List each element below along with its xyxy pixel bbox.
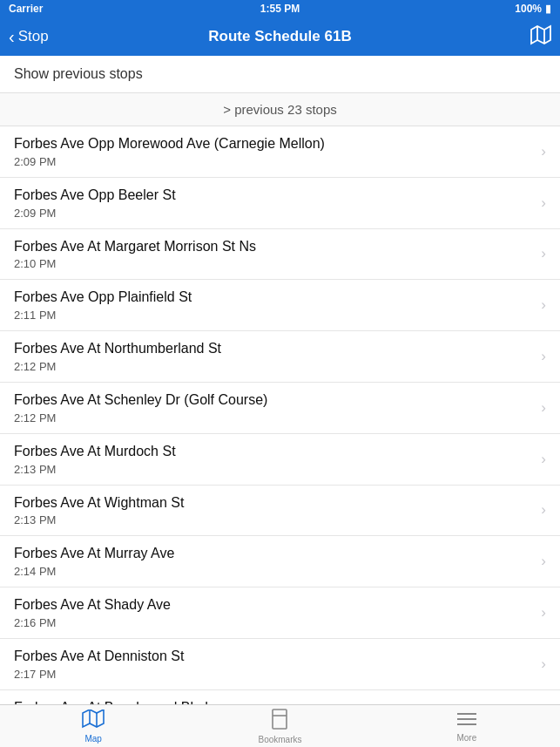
tab-bookmarks[interactable]: Bookmarks — [186, 705, 373, 747]
prev-count-banner: > previous 23 stops — [0, 93, 560, 126]
bookmarks-tab-icon — [271, 709, 288, 733]
show-previous-button[interactable]: Show previous stops — [0, 56, 560, 93]
stop-name: Forbes Ave At Shady Ave — [14, 596, 534, 615]
tab-map[interactable]: Map — [0, 705, 186, 747]
more-tab-icon — [455, 710, 478, 731]
tab-bookmarks-label: Bookmarks — [258, 735, 301, 744]
stop-time: 2:14 PM — [14, 565, 534, 578]
stop-info: Forbes Ave Opp Morewood Ave (Carnegie Me… — [14, 135, 534, 168]
tab-map-label: Map — [84, 734, 101, 744]
stop-info: Forbes Ave Opp Beeler St 2:09 PM — [14, 187, 534, 220]
status-right: 100% ▮ — [515, 3, 551, 15]
stop-info: Forbes Ave At Margaret Morrison St Ns 2:… — [14, 238, 534, 271]
stop-time: 2:13 PM — [14, 513, 534, 526]
map-button[interactable] — [530, 24, 551, 50]
stop-item[interactable]: Forbes Ave At Murray Ave 2:14 PM › — [0, 536, 560, 587]
stop-info: Forbes Ave At Northumberland St 2:12 PM — [14, 340, 534, 373]
stop-list: Forbes Ave Opp Morewood Ave (Carnegie Me… — [0, 126, 560, 747]
back-button[interactable]: ‹ Stop — [9, 27, 49, 47]
stop-item[interactable]: Forbes Ave At Margaret Morrison St Ns 2:… — [0, 229, 560, 281]
stop-name: Forbes Ave At Margaret Morrison St Ns — [14, 238, 534, 256]
chevron-icon: › — [541, 399, 546, 417]
stop-name: Forbes Ave At Murdoch St — [14, 443, 534, 461]
stop-time: 2:17 PM — [14, 668, 534, 681]
chevron-icon: › — [541, 194, 546, 212]
chevron-icon: › — [541, 501, 546, 519]
stop-item[interactable]: Forbes Ave At Denniston St 2:17 PM › — [0, 639, 560, 690]
carrier-label: Carrier — [9, 3, 43, 15]
content-area: Show previous stops > previous 23 stops … — [0, 56, 560, 747]
chevron-icon: › — [541, 296, 546, 314]
stop-name: Forbes Ave Opp Plainfield St — [14, 289, 534, 307]
stop-name: Forbes Ave At Schenley Dr (Golf Course) — [14, 391, 534, 410]
nav-title: Route Schedule 61B — [208, 28, 351, 45]
stop-item[interactable]: Forbes Ave Opp Plainfield St 2:11 PM › — [0, 280, 560, 331]
stop-info: Forbes Ave At Schenley Dr (Golf Course) … — [14, 391, 534, 424]
stop-info: Forbes Ave At Denniston St 2:17 PM — [14, 648, 534, 681]
chevron-icon: › — [541, 553, 546, 570]
stop-item[interactable]: Forbes Ave At Northumberland St 2:12 PM … — [0, 331, 560, 383]
stop-name: Forbes Ave Opp Beeler St — [14, 187, 534, 205]
tab-more[interactable]: More — [374, 705, 560, 747]
stop-item[interactable]: Forbes Ave At Shady Ave 2:16 PM › — [0, 587, 560, 639]
stop-item[interactable]: Forbes Ave Opp Beeler St 2:09 PM › — [0, 178, 560, 229]
tab-more-label: More — [456, 733, 476, 743]
stop-time: 2:09 PM — [14, 155, 534, 168]
chevron-icon: › — [541, 451, 546, 468]
stop-info: Forbes Ave At Murray Ave 2:14 PM — [14, 545, 534, 578]
stop-name: Forbes Ave Opp Morewood Ave (Carnegie Me… — [14, 135, 534, 153]
chevron-icon: › — [541, 655, 546, 673]
back-chevron-icon: ‹ — [9, 27, 15, 47]
stop-item[interactable]: Forbes Ave At Murdoch St 2:13 PM › — [0, 434, 560, 486]
stop-name: Forbes Ave At Northumberland St — [14, 340, 534, 358]
chevron-icon: › — [541, 348, 546, 365]
stop-time: 2:10 PM — [14, 257, 534, 270]
stop-item[interactable]: Forbes Ave At Wightman St 2:13 PM › — [0, 486, 560, 537]
stop-info: Forbes Ave At Shady Ave 2:16 PM — [14, 596, 534, 629]
chevron-icon: › — [541, 143, 546, 160]
svg-marker-3 — [83, 710, 104, 727]
stop-name: Forbes Ave At Denniston St — [14, 648, 534, 666]
stop-time: 2:11 PM — [14, 309, 534, 322]
stop-time: 2:13 PM — [14, 463, 534, 476]
stop-time: 2:12 PM — [14, 411, 534, 424]
stop-item[interactable]: Forbes Ave Opp Morewood Ave (Carnegie Me… — [0, 126, 560, 178]
stop-time: 2:12 PM — [14, 360, 534, 373]
battery-label: 100% — [515, 3, 542, 15]
svg-rect-6 — [273, 710, 287, 729]
map-tab-icon — [82, 710, 105, 732]
nav-bar: ‹ Stop Route Schedule 61B — [0, 17, 560, 56]
stop-info: Forbes Ave At Wightman St 2:13 PM — [14, 494, 534, 527]
time-label: 1:55 PM — [260, 3, 300, 15]
stop-time: 2:16 PM — [14, 616, 534, 629]
battery-icon: ▮ — [545, 3, 551, 15]
prev-count-label: > previous 23 stops — [223, 102, 337, 117]
chevron-icon: › — [541, 245, 546, 262]
stop-item[interactable]: Forbes Ave At Schenley Dr (Golf Course) … — [0, 383, 560, 434]
tab-bar: Map Bookmarks More — [0, 704, 560, 747]
stop-time: 2:09 PM — [14, 207, 534, 220]
stop-name: Forbes Ave At Murray Ave — [14, 545, 534, 563]
show-previous-label: Show previous stops — [14, 66, 143, 81]
back-label: Stop — [18, 28, 49, 45]
stop-name: Forbes Ave At Wightman St — [14, 494, 534, 513]
chevron-icon: › — [541, 604, 546, 621]
status-bar: Carrier 1:55 PM 100% ▮ — [0, 0, 560, 17]
stop-info: Forbes Ave At Murdoch St 2:13 PM — [14, 443, 534, 476]
stop-info: Forbes Ave Opp Plainfield St 2:11 PM — [14, 289, 534, 322]
svg-marker-0 — [531, 26, 550, 44]
